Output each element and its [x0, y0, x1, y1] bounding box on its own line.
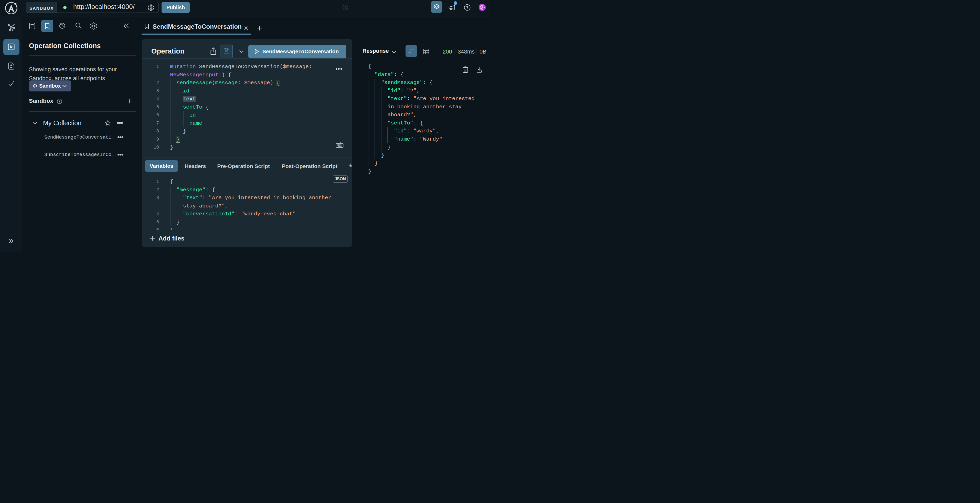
svg-text:?: ? [466, 5, 468, 10]
svg-text:?: ? [344, 6, 346, 10]
